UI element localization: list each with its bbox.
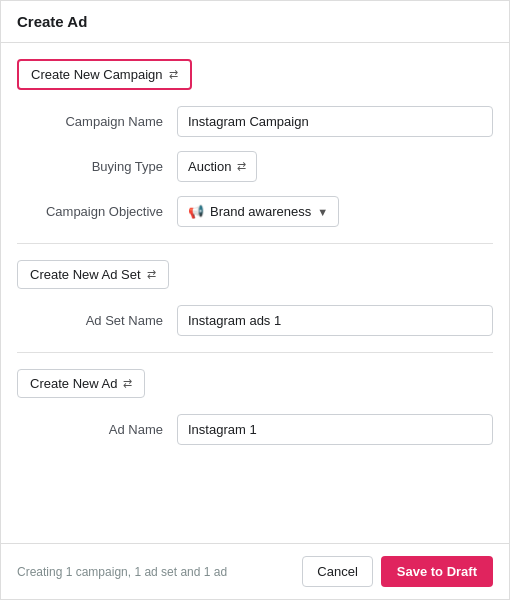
campaign-section: Create New Campaign ⇄ Campaign Name Buyi… xyxy=(17,59,493,227)
buying-type-arrow: ⇄ xyxy=(237,160,246,173)
ad-name-input[interactable] xyxy=(177,414,493,445)
buying-type-label: Buying Type xyxy=(17,159,177,174)
ad-set-toggle-label: Create New Ad Set xyxy=(30,267,141,282)
create-new-ad-button[interactable]: Create New Ad ⇄ xyxy=(17,369,145,398)
ad-section: Create New Ad ⇄ Ad Name xyxy=(17,369,493,445)
ad-set-toggle-arrow: ⇄ xyxy=(147,268,156,281)
ad-set-name-row: Ad Set Name xyxy=(17,305,493,336)
create-ad-modal: Create Ad Create New Campaign ⇄ Campaign… xyxy=(0,0,510,600)
ad-section-header: Create New Ad ⇄ xyxy=(17,369,493,398)
cancel-button[interactable]: Cancel xyxy=(302,556,372,587)
campaign-name-label: Campaign Name xyxy=(17,114,177,129)
campaign-toggle-arrow: ⇄ xyxy=(169,68,178,81)
create-new-campaign-button[interactable]: Create New Campaign ⇄ xyxy=(17,59,192,90)
modal-title: Create Ad xyxy=(1,1,509,43)
objective-label: Campaign Objective xyxy=(17,204,177,219)
objective-row: Campaign Objective 📢 Brand awareness ▼ xyxy=(17,196,493,227)
buying-type-row: Buying Type Auction ⇄ xyxy=(17,151,493,182)
campaign-name-row: Campaign Name xyxy=(17,106,493,137)
objective-value: Brand awareness xyxy=(210,204,311,219)
ad-toggle-label: Create New Ad xyxy=(30,376,117,391)
buying-type-value: Auction xyxy=(188,159,231,174)
save-to-draft-button[interactable]: Save to Draft xyxy=(381,556,493,587)
ad-set-section-header: Create New Ad Set ⇄ xyxy=(17,260,493,289)
create-new-ad-set-button[interactable]: Create New Ad Set ⇄ xyxy=(17,260,169,289)
ad-name-row: Ad Name xyxy=(17,414,493,445)
objective-arrow: ▼ xyxy=(317,206,328,218)
megaphone-icon: 📢 xyxy=(188,204,204,219)
ad-set-name-input[interactable] xyxy=(177,305,493,336)
modal-footer: Creating 1 campaign, 1 ad set and 1 ad C… xyxy=(1,543,509,599)
ad-set-name-label: Ad Set Name xyxy=(17,313,177,328)
objective-select[interactable]: 📢 Brand awareness ▼ xyxy=(177,196,339,227)
campaign-toggle-label: Create New Campaign xyxy=(31,67,163,82)
campaign-section-header: Create New Campaign ⇄ xyxy=(17,59,493,90)
campaign-divider xyxy=(17,243,493,244)
footer-info-text: Creating 1 campaign, 1 ad set and 1 ad xyxy=(17,565,302,579)
ad-set-section: Create New Ad Set ⇄ Ad Set Name xyxy=(17,260,493,336)
footer-actions: Cancel Save to Draft xyxy=(302,556,493,587)
buying-type-select[interactable]: Auction ⇄ xyxy=(177,151,257,182)
ad-toggle-arrow: ⇄ xyxy=(123,377,132,390)
ad-name-label: Ad Name xyxy=(17,422,177,437)
ad-set-divider xyxy=(17,352,493,353)
modal-body: Create New Campaign ⇄ Campaign Name Buyi… xyxy=(1,43,509,543)
campaign-name-input[interactable] xyxy=(177,106,493,137)
